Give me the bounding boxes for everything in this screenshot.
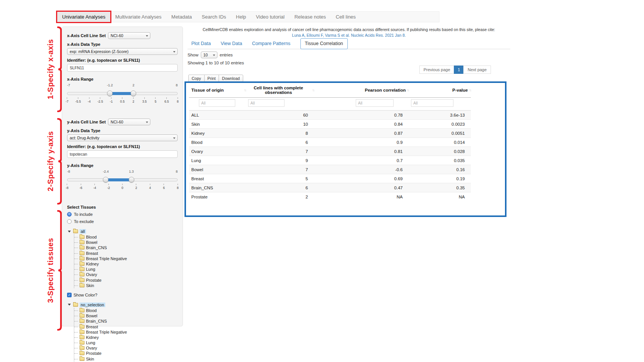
table-row[interactable]: Prostate2NANA xyxy=(189,192,471,201)
slider-ticks: -8-6-4-202468 xyxy=(67,184,178,190)
chevron-down-icon xyxy=(146,122,148,123)
slider-tick-label: -8 xyxy=(66,184,69,190)
tree-item-ovary[interactable]: Ovary xyxy=(74,272,178,277)
slider-selected-range[interactable] xyxy=(110,92,133,95)
copy-button[interactable]: Copy xyxy=(188,75,205,82)
tab-plot-data[interactable]: Plot Data xyxy=(191,41,211,49)
nav-item-search-ids[interactable]: Search IDs xyxy=(197,12,231,22)
sort-arrows-icon[interactable]: ↑↓ xyxy=(469,88,471,92)
y-axis-identifier-input[interactable] xyxy=(67,150,178,158)
citation-link[interactable]: Luna A, Elloumi F, Varma S et al. Nuclei… xyxy=(292,33,406,37)
next-page-button[interactable]: Next page xyxy=(463,66,491,74)
tree-item-breast[interactable]: Breast xyxy=(74,324,178,329)
column-header-cell-lines-with-complete-observations[interactable]: Cell lines with complete observations↑↓ xyxy=(246,84,314,98)
nav-item-metadata[interactable]: Metadata xyxy=(166,12,197,22)
column-header-pearson-correlation[interactable]: Pearson correlation↑↓ xyxy=(314,84,409,98)
tree-item-skin[interactable]: Skin xyxy=(74,356,178,362)
checkbox-checked-icon[interactable]: ✓ xyxy=(67,293,72,297)
y-axis-data-type-select[interactable]: act: Drug Activity xyxy=(67,134,178,141)
tab-view-data[interactable]: View Data xyxy=(220,41,242,49)
column-header-inner: P-value↑↓ xyxy=(409,88,471,92)
print-button[interactable]: Print xyxy=(204,75,219,82)
tree-item-brain-cns[interactable]: Brain_CNS xyxy=(74,245,178,250)
x-axis-data-type-select[interactable]: exp: mRNA Expression (Z-Score) xyxy=(67,48,178,55)
y-axis-cell-line-set-select[interactable]: NCI-60 xyxy=(108,119,150,125)
slider-handle-high[interactable] xyxy=(131,90,136,96)
tree-item-kidney[interactable]: Kidney xyxy=(74,261,178,267)
tree-item-kidney[interactable]: Kidney xyxy=(74,335,178,340)
show-color-toggle[interactable]: ✓ Show Color? xyxy=(67,293,178,297)
slider-handle-high[interactable] xyxy=(128,177,134,183)
expand-arrow-icon[interactable] xyxy=(68,304,71,306)
cell-pearson: 0.87 xyxy=(314,129,409,138)
chevron-down-icon xyxy=(146,35,148,37)
tree-item-lung[interactable]: Lung xyxy=(74,267,178,272)
download-button[interactable]: Download xyxy=(219,75,243,82)
table-row[interactable]: Breast50.690.19 xyxy=(189,174,471,183)
slider-handle-low[interactable] xyxy=(103,177,109,183)
tree-item-ovary[interactable]: Ovary xyxy=(74,345,178,351)
column-header-tissue-of-origin[interactable]: Tissue of origin↑↓ xyxy=(189,84,246,98)
slider-selected-range[interactable] xyxy=(106,178,131,181)
sort-arrows-icon[interactable]: ↑↓ xyxy=(312,88,314,92)
cell-count: 6 xyxy=(246,138,314,147)
column-header-label: Pearson correlation xyxy=(365,88,406,92)
tree-item-skin[interactable]: Skin xyxy=(74,283,178,288)
table-row[interactable]: Skin100.840.0023 xyxy=(189,120,471,129)
column-filter-input-p-value[interactable] xyxy=(411,99,453,107)
table-row[interactable]: Kidney80.870.0051 xyxy=(189,129,471,138)
tree-item-breast-triple-negative[interactable]: Breast Triple Negative xyxy=(74,329,178,335)
tree-item-prostate[interactable]: Prostate xyxy=(74,351,178,356)
column-filter-input-tissue-of-origin[interactable] xyxy=(199,99,235,107)
tab-tissue-correlation[interactable]: Tissue Correlation xyxy=(300,38,348,49)
nav-item-release-notes[interactable]: Release notes xyxy=(289,12,331,22)
tree-root-no-selection[interactable]: no_selection xyxy=(67,302,178,308)
previous-page-button[interactable]: Previous page xyxy=(419,66,454,74)
expand-arrow-icon[interactable] xyxy=(68,231,71,232)
table-row[interactable]: Blood60.90.014 xyxy=(189,138,471,147)
cell-pearson: 0.7 xyxy=(314,156,409,165)
tissue-radio-to-include[interactable]: To include xyxy=(67,212,178,217)
tree-item-label: Brain_CNS xyxy=(86,319,107,323)
column-header-p-value[interactable]: P-value↑↓ xyxy=(409,84,471,98)
nav-item-multivariate-analyses[interactable]: Multivariate Analyses xyxy=(110,12,166,22)
column-filter-input-cell-lines-with-complete-observations[interactable] xyxy=(248,99,284,107)
tree-item-blood[interactable]: Blood xyxy=(74,234,178,240)
table-row[interactable]: Brain_CNS60.470.35 xyxy=(189,183,471,192)
slider-handle-low[interactable] xyxy=(107,90,113,96)
nav-item-video-tutorial[interactable]: Video tutorial xyxy=(251,12,290,22)
radio-selected-icon[interactable] xyxy=(67,212,72,217)
column-filter-input-pearson-correlation[interactable] xyxy=(356,99,394,107)
x-axis-cell-line-set-select[interactable]: NCI-60 xyxy=(108,32,150,39)
table-row[interactable]: ALL600.783.6e-13 xyxy=(189,111,471,120)
tree-item-bowel[interactable]: Bowel xyxy=(74,240,178,245)
x-axis-identifier-input[interactable] xyxy=(67,64,178,72)
nav-item-help[interactable]: Help xyxy=(231,12,251,22)
table-row[interactable]: Lung90.70.035 xyxy=(189,156,471,165)
x-axis-range-slider[interactable]: -7-1.228-7-5.5-4-2.5-10.523.556.58 xyxy=(67,87,178,106)
tree-item-bowel[interactable]: Bowel xyxy=(74,313,178,318)
x-axis-cell-line-set-label: x-Axis Cell Line Set xyxy=(67,33,106,38)
tree-item-blood[interactable]: Blood xyxy=(74,308,178,313)
sort-arrows-icon[interactable]: ↑↓ xyxy=(407,88,409,92)
y-axis-range-slider[interactable]: -8-2.41.38-8-6-4-202468 xyxy=(67,174,178,192)
radio-label: To exclude xyxy=(74,219,94,224)
tab-compare-patterns[interactable]: Compare Patterns xyxy=(252,41,290,49)
page-1-button[interactable]: 1 xyxy=(454,66,464,74)
tree-item-lung[interactable]: Lung xyxy=(74,340,178,345)
cell-count: 6 xyxy=(246,183,314,192)
table-row[interactable]: Bowel7-0.60.16 xyxy=(189,165,471,174)
tree-item-brain-cns[interactable]: Brain_CNS xyxy=(74,318,178,324)
nav-item-univariate-analyses[interactable]: Univariate Analyses xyxy=(57,12,110,22)
nav-item-cell-lines[interactable]: Cell lines xyxy=(331,12,361,22)
tree-item-breast[interactable]: Breast xyxy=(74,251,178,256)
tree-item-prostate[interactable]: Prostate xyxy=(74,278,178,283)
tree-item-breast-triple-negative[interactable]: Breast Triple Negative xyxy=(74,256,178,261)
tissue-radio-to-exclude[interactable]: To exclude xyxy=(67,219,178,224)
folder-icon xyxy=(80,335,84,339)
radio-icon[interactable] xyxy=(67,219,72,224)
column-header-label: Cell lines with complete observations xyxy=(246,86,311,95)
table-row[interactable]: Ovary70.810.028 xyxy=(189,147,471,156)
entries-count-select[interactable]: 10 xyxy=(201,51,217,58)
tree-root-all[interactable]: all xyxy=(67,228,178,234)
